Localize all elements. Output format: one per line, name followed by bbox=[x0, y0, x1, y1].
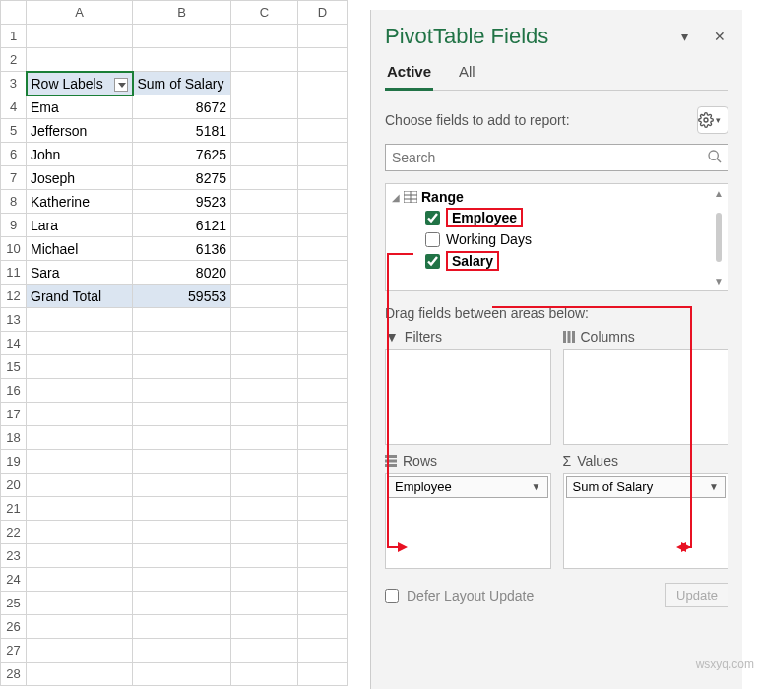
row-header[interactable]: 21 bbox=[1, 497, 27, 521]
scroll-down-icon[interactable]: ▼ bbox=[714, 276, 724, 286]
cell[interactable] bbox=[231, 426, 298, 450]
cell[interactable] bbox=[133, 332, 231, 355]
cell[interactable] bbox=[298, 261, 348, 285]
cell[interactable] bbox=[298, 190, 348, 214]
columns-area[interactable]: Columns bbox=[563, 329, 729, 445]
cell[interactable] bbox=[133, 592, 231, 615]
pivot-value[interactable]: 8275 bbox=[133, 166, 231, 190]
cell[interactable] bbox=[231, 237, 298, 261]
row-header[interactable]: 20 bbox=[1, 474, 27, 497]
cell[interactable] bbox=[298, 426, 348, 450]
cell[interactable] bbox=[27, 639, 133, 663]
cell[interactable] bbox=[231, 592, 298, 615]
cell[interactable] bbox=[298, 95, 348, 119]
cell[interactable] bbox=[231, 568, 298, 592]
field-employee-checkbox[interactable] bbox=[425, 211, 440, 225]
cell[interactable] bbox=[231, 474, 298, 497]
cell[interactable] bbox=[231, 190, 298, 214]
cell[interactable] bbox=[27, 426, 133, 450]
col-header-C[interactable]: C bbox=[231, 1, 298, 25]
pane-dropdown-icon[interactable]: ▾ bbox=[675, 28, 693, 45]
cell[interactable] bbox=[231, 143, 298, 166]
cell[interactable] bbox=[133, 663, 231, 686]
row-header[interactable]: 27 bbox=[1, 639, 27, 663]
cell[interactable] bbox=[298, 72, 348, 95]
filters-area[interactable]: ▼Filters bbox=[385, 329, 551, 445]
pivot-value[interactable]: 8020 bbox=[133, 261, 231, 285]
cell[interactable] bbox=[133, 544, 231, 568]
pivot-row-label[interactable]: Lara bbox=[27, 214, 133, 237]
pivot-row-labels-header[interactable]: Row Labels bbox=[27, 72, 133, 95]
cell[interactable] bbox=[231, 450, 298, 474]
pivot-row-label[interactable]: Joseph bbox=[27, 166, 133, 190]
tab-all[interactable]: All bbox=[457, 63, 477, 90]
cell[interactable] bbox=[298, 214, 348, 237]
row-header[interactable]: 5 bbox=[1, 119, 27, 143]
cell[interactable] bbox=[298, 450, 348, 474]
cell[interactable] bbox=[231, 521, 298, 544]
cell[interactable] bbox=[133, 25, 231, 48]
cell[interactable] bbox=[133, 497, 231, 521]
range-label[interactable]: Range bbox=[421, 189, 464, 205]
col-header-A[interactable]: A bbox=[27, 1, 133, 25]
cell[interactable] bbox=[133, 426, 231, 450]
field-salary-checkbox[interactable] bbox=[425, 254, 440, 269]
cell[interactable] bbox=[27, 521, 133, 544]
defer-layout-checkbox[interactable] bbox=[385, 589, 399, 603]
cell[interactable] bbox=[298, 403, 348, 426]
collapse-icon[interactable]: ◢ bbox=[392, 192, 404, 203]
cell[interactable] bbox=[231, 285, 298, 308]
fields-list[interactable]: ◢ Range Employee Working Days Salary ▲ ▼ bbox=[385, 183, 728, 291]
cell[interactable] bbox=[231, 166, 298, 190]
cell[interactable] bbox=[133, 615, 231, 639]
cell[interactable] bbox=[27, 25, 133, 48]
pivot-row-label[interactable]: John bbox=[27, 143, 133, 166]
cell[interactable] bbox=[231, 544, 298, 568]
field-employee[interactable]: Employee bbox=[421, 206, 728, 229]
row-header[interactable]: 11 bbox=[1, 261, 27, 285]
row-header[interactable]: 18 bbox=[1, 426, 27, 450]
row-header[interactable]: 14 bbox=[1, 332, 27, 355]
cell[interactable] bbox=[231, 72, 298, 95]
values-chip-sum-salary[interactable]: Sum of Salary▼ bbox=[566, 476, 727, 498]
cell[interactable] bbox=[298, 119, 348, 143]
pivot-row-label[interactable]: Ema bbox=[27, 95, 133, 119]
cell[interactable] bbox=[133, 355, 231, 379]
row-header[interactable]: 15 bbox=[1, 355, 27, 379]
cell[interactable] bbox=[231, 25, 298, 48]
cell[interactable] bbox=[298, 308, 348, 332]
cell[interactable] bbox=[133, 379, 231, 403]
settings-gear-button[interactable]: ▾ bbox=[697, 106, 728, 134]
search-input[interactable] bbox=[385, 144, 728, 171]
pivot-row-label[interactable]: Sara bbox=[27, 261, 133, 285]
row-header[interactable]: 9 bbox=[1, 214, 27, 237]
cell[interactable] bbox=[231, 379, 298, 403]
cell[interactable] bbox=[231, 95, 298, 119]
cell[interactable] bbox=[231, 308, 298, 332]
pivot-grand-total-value[interactable]: 59553 bbox=[133, 285, 231, 308]
cell[interactable] bbox=[133, 474, 231, 497]
cell[interactable] bbox=[298, 237, 348, 261]
cell[interactable] bbox=[27, 474, 133, 497]
row-header[interactable]: 2 bbox=[1, 48, 27, 72]
cell[interactable] bbox=[298, 285, 348, 308]
cell[interactable] bbox=[298, 379, 348, 403]
field-salary[interactable]: Salary bbox=[421, 249, 728, 273]
cell[interactable] bbox=[27, 497, 133, 521]
close-icon[interactable]: ✕ bbox=[711, 28, 728, 45]
row-header[interactable]: 3 bbox=[1, 72, 27, 95]
row-header[interactable]: 10 bbox=[1, 237, 27, 261]
row-header[interactable]: 12 bbox=[1, 285, 27, 308]
scroll-thumb[interactable] bbox=[716, 213, 722, 262]
tab-active[interactable]: Active bbox=[385, 63, 433, 91]
cell[interactable] bbox=[231, 403, 298, 426]
row-header[interactable]: 22 bbox=[1, 521, 27, 544]
cell[interactable] bbox=[298, 663, 348, 686]
cell[interactable] bbox=[27, 379, 133, 403]
cell[interactable] bbox=[27, 48, 133, 72]
cell[interactable] bbox=[298, 497, 348, 521]
pivot-value-header[interactable]: Sum of Salary bbox=[133, 72, 231, 95]
select-all-corner[interactable] bbox=[1, 1, 27, 25]
cell[interactable] bbox=[298, 544, 348, 568]
cell[interactable] bbox=[133, 48, 231, 72]
